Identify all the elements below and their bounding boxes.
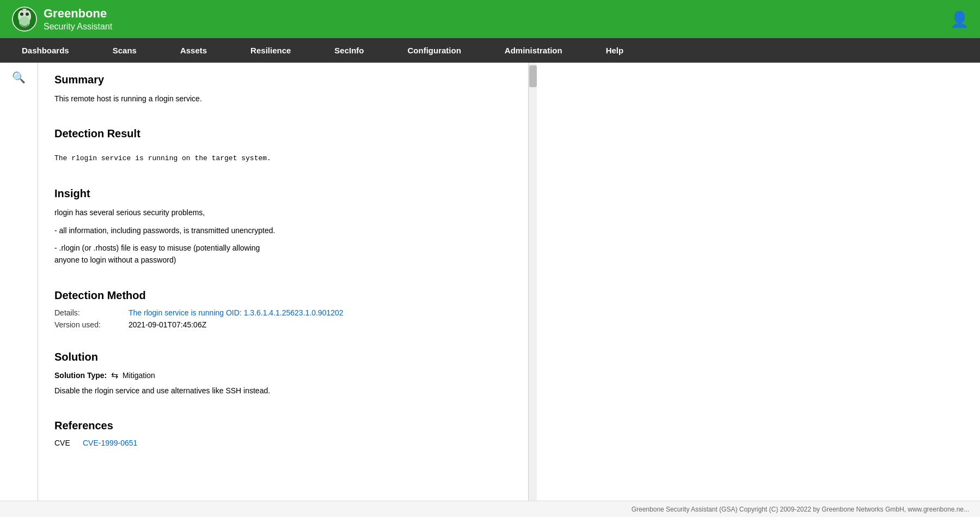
version-row: Version used: 2021-09-01T07:45:06Z: [54, 320, 506, 329]
logo-area: Greenbone Security Assistant: [11, 5, 112, 33]
content-area: Summary This remote host is running a rl…: [38, 63, 528, 501]
details-label: Details:: [54, 308, 120, 317]
version-label: Version used:: [54, 320, 120, 329]
solution-text: Disable the rlogin service and use alter…: [54, 385, 506, 397]
insight-para-2: - all information, including passwords, …: [54, 224, 506, 236]
logo-icon: [11, 5, 38, 33]
nav-configuration[interactable]: Configuration: [386, 38, 483, 63]
nav-help[interactable]: Help: [584, 38, 646, 63]
brand-sub: Security Assistant: [44, 21, 112, 32]
references-heading: References: [54, 419, 506, 432]
nav-scans[interactable]: Scans: [91, 38, 158, 63]
mitigation-icon: ⇆: [111, 370, 118, 380]
summary-heading: Summary: [54, 74, 506, 86]
solution-heading: Solution: [54, 351, 506, 363]
main-wrapper: 🔍 Summary This remote host is running a …: [0, 63, 980, 501]
sidebar-left: 🔍: [0, 63, 38, 501]
details-link[interactable]: The rlogin service is running OID: 1.3.6…: [128, 308, 344, 317]
logo-text: Greenbone Security Assistant: [44, 7, 112, 32]
nav-administration[interactable]: Administration: [483, 38, 584, 63]
insight-para-3: - .rlogin (or .rhosts) file is easy to m…: [54, 242, 506, 266]
footer: Greenbone Security Assistant (GSA) Copyr…: [0, 501, 980, 517]
version-value: 2021-09-01T07:45:06Z: [128, 320, 206, 329]
right-scrollbar[interactable]: [528, 63, 537, 501]
nav-assets[interactable]: Assets: [158, 38, 229, 63]
svg-point-4: [19, 16, 30, 27]
detection-result-text: The rlogin service is running on the tar…: [54, 153, 506, 165]
summary-text: This remote host is running a rlogin ser…: [54, 93, 506, 105]
details-row: Details: The rlogin service is running O…: [54, 308, 506, 317]
detection-method-heading: Detection Method: [54, 289, 506, 302]
header: Greenbone Security Assistant 👤: [0, 0, 980, 38]
cve-label: CVE: [54, 439, 76, 447]
cve-link[interactable]: CVE-1999-0651: [83, 439, 137, 447]
user-icon[interactable]: 👤: [950, 10, 969, 28]
svg-point-3: [26, 13, 29, 16]
scrollbar-thumb: [529, 65, 537, 87]
insight-para-1: rlogin has several serious security prob…: [54, 206, 506, 218]
details-table: Details: The rlogin service is running O…: [54, 308, 506, 329]
nav-dashboards[interactable]: Dashboards: [0, 38, 91, 63]
solution-type-label: Solution Type:: [54, 371, 107, 380]
navbar: Dashboards Scans Assets Resilience SecIn…: [0, 38, 980, 63]
insight-heading: Insight: [54, 187, 506, 200]
nav-resilience[interactable]: Resilience: [229, 38, 313, 63]
svg-point-2: [20, 13, 23, 16]
detection-result-heading: Detection Result: [54, 127, 506, 140]
cve-row: CVE CVE-1999-0651: [54, 439, 506, 447]
solution-type-value: Mitigation: [122, 371, 155, 380]
nav-secinfo[interactable]: SecInfo: [313, 38, 385, 63]
zoom-icon[interactable]: 🔍: [12, 71, 26, 84]
solution-type-row: Solution Type: ⇆ Mitigation: [54, 370, 506, 380]
footer-text: Greenbone Security Assistant (GSA) Copyr…: [632, 506, 969, 513]
brand-name: Greenbone: [44, 7, 112, 21]
